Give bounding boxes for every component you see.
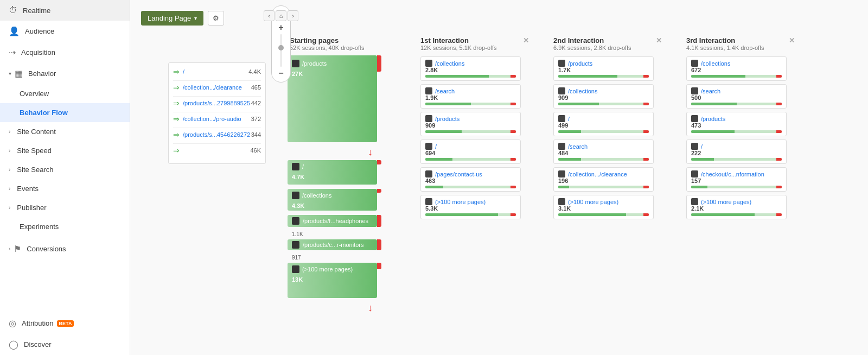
vis-node-collections[interactable]: /collections 4.3K [288,189,377,211]
entry-row: ⇒ /products/s...2799889525 442 [173,99,261,107]
headphones-page-icon [292,217,299,225]
sidebar-item-behavior[interactable]: ▾ ▦ Behavior [0,63,130,84]
node-icon [425,60,432,67]
zoom-thumb [278,45,284,50]
zoom-right-button[interactable]: › [288,10,298,21]
int-node-home-3[interactable]: / 222 [686,140,787,164]
dropdown-chevron-icon: ▾ [194,15,197,21]
int-node-search-1[interactable]: /search 1.9K [420,84,521,109]
close-interaction-3-button[interactable]: ✕ [789,36,795,45]
node-bar [691,75,782,78]
node-bar [691,213,782,216]
close-interaction-1-button[interactable]: ✕ [523,36,529,45]
monitors-page-icon [292,241,299,249]
sidebar-item-events[interactable]: › Events [0,179,130,198]
node-bar [691,186,782,188]
zoom-minus-button[interactable]: − [278,69,283,78]
beta-badge: BETA [57,320,74,327]
node-icon [558,143,565,150]
node-icon [558,198,565,205]
sidebar-item-realtime[interactable]: ⏱ Realtime [0,0,130,21]
node-bar [558,186,649,188]
int-node-search-3[interactable]: /search 500 [686,84,787,109]
sidebar-item-site-content[interactable]: › Site Content [0,122,130,141]
sidebar-item-publisher[interactable]: › Publisher [0,198,130,217]
sidebar-item-behavior-flow[interactable]: Behavior Flow [0,103,130,122]
entry-list-column: ⇒ / 4.4K ⇒ /collection.../clearance 465 [168,36,266,164]
home-dropoff-bar [377,160,381,164]
int-node-checkout-3[interactable]: /checkout/c...nformation 157 [686,167,787,192]
int-node-collections-3[interactable]: /collections 672 [686,56,787,81]
node-bar [425,75,516,78]
sidebar-item-overview[interactable]: Overview [0,84,130,103]
interaction-1-nodes: /collections 2.8K /search 1.9K /products… [420,56,529,223]
zoom-plus-button[interactable]: + [278,23,283,32]
int-node-more-1[interactable]: (>100 more pages) 5.3K [420,195,521,219]
int-node-products-1[interactable]: /products 909 [420,112,521,136]
zoom-track [280,34,282,67]
zoom-nav: ‹ ⌂ › [264,10,298,21]
int-node-collections-2[interactable]: /collections 909 [553,84,654,109]
entry-divider [173,96,261,97]
landing-page-dropdown[interactable]: Landing Page ▾ [141,11,203,26]
node-icon [558,87,565,94]
vis-node-products[interactable]: /products 27K [288,55,377,142]
publisher-chevron-icon: › [9,205,10,211]
interaction-3-nodes: /collections 672 /search 500 /products 4… [686,56,795,223]
dropoff-arrow-2: ↓ [288,302,377,314]
vis-node-more-pages[interactable]: (>100 more pages) 13K [288,263,377,298]
close-interaction-2-button[interactable]: ✕ [656,36,662,45]
sidebar-item-site-speed[interactable]: › Site Speed [0,141,130,160]
vis-node-monitors[interactable]: /products/c...r-monitors [288,239,377,250]
flow-area: Landing Page ▾ ⚙ ‹ ⌂ › + − [130,0,868,325]
sidebar-item-conversions[interactable]: › ⚑ Conversions [0,238,130,259]
int-node-products-2[interactable]: /products 1.7K [553,56,654,81]
int-node-search-2[interactable]: /search 484 [553,140,654,164]
node-icon [425,87,432,94]
site-content-chevron-icon: › [9,129,10,135]
node-icon [558,170,565,178]
interaction-2-column: 2nd Interaction ✕ 6.9K sessions, 2.8K dr… [553,36,662,223]
sidebar-item-site-search[interactable]: › Site Search [0,160,130,179]
settings-button[interactable]: ⚙ [208,11,224,26]
interaction-3-header: 3rd Interaction ✕ 4.1K sessions, 1.4K dr… [686,36,795,51]
starting-pages-column: Starting pages 52K sessions, 40K drop-of… [288,36,396,314]
home-page-icon [292,163,299,170]
discover-icon: ◯ [9,339,18,350]
headphones-dropoff-bar [377,215,381,227]
entry-divider [173,80,261,81]
node-icon [425,115,432,122]
node-icon [691,60,698,67]
int-node-more-3[interactable]: (>100 more pages) 2.1K [686,195,787,219]
zoom-left-button[interactable]: ‹ [264,10,275,21]
node-bar [425,103,516,105]
interaction-1-column: 1st Interaction ✕ 12K sessions, 5.1K dro… [420,36,529,223]
int-node-more-2[interactable]: (>100 more pages) 3.1K [553,195,654,219]
realtime-icon: ⏱ [9,5,17,15]
int-node-home-1[interactable]: / 694 [420,140,521,164]
vis-node-home[interactable]: / 4.7K [288,160,377,185]
int-node-home-2[interactable]: / 499 [553,112,654,136]
node-bar [425,186,516,188]
sidebar-item-attribution[interactable]: ◎ Attribution BETA [0,313,130,334]
int-node-clearance-2[interactable]: /collection.../clearance 196 [553,167,654,192]
vis-node-headphones[interactable]: /products/f...headphones [288,215,377,227]
behavior-icon: ▦ [15,68,23,79]
starting-vis-nodes: /products 27K ↓ / 4.7K [288,55,377,314]
sidebar-item-experiments[interactable]: Experiments [0,217,130,236]
entry-divider [173,128,261,128]
sidebar-item-acquisition[interactable]: ⇢ Acquisition [0,42,130,63]
int-node-collections-1[interactable]: /collections 2.8K [420,56,521,81]
events-chevron-icon: › [9,186,10,192]
sidebar-item-discover[interactable]: ◯ Discover [0,334,130,355]
node-icon [691,198,698,205]
node-bar [558,130,649,133]
node-icon [425,198,432,205]
zoom-home-button[interactable]: ⌂ [276,10,286,21]
int-node-contact-1[interactable]: /pages/contact-us 463 [420,167,521,192]
starting-pages-title: Starting pages [290,36,394,45]
settings-icon: ⚙ [213,14,219,22]
int-node-products-3[interactable]: /products 473 [686,112,787,136]
node-bar [691,130,782,133]
sidebar-item-audience[interactable]: 👤 Audience [0,21,130,42]
